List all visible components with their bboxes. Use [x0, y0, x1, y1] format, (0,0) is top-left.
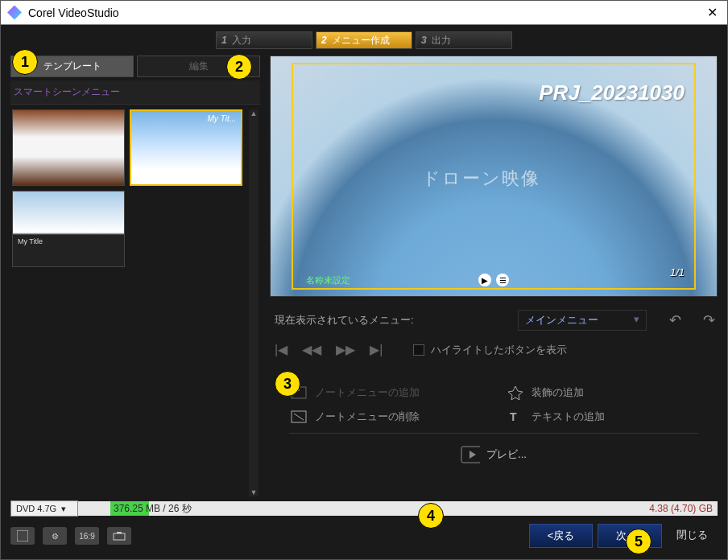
disc-type-value: DVD 4.7G: [16, 504, 56, 513]
template-thumb[interactable]: [12, 109, 125, 186]
step-tab-menu[interactable]: 2 メニュー作成: [316, 31, 412, 49]
project-icon[interactable]: [107, 527, 131, 545]
callout-5: 5: [626, 529, 651, 554]
nav-buttons: <戻る 次へ> 閉じる: [529, 524, 718, 548]
section-label: スマートシーンメニュー: [10, 80, 260, 105]
left-panel: テンプレート 編集 スマートシーンメニュー ▲ ▼: [10, 56, 260, 501]
scrollbar[interactable]: ▲ ▼: [249, 109, 259, 496]
main-area: テンプレート 編集 スマートシーンメニュー ▲ ▼ PRJ_20231030 ド…: [1, 52, 727, 501]
redo-icon[interactable]: ↷: [700, 311, 718, 329]
preview-icon: [461, 447, 480, 463]
preview-overlay-text: ドローン映像: [422, 167, 540, 191]
callout-3: 3: [275, 371, 300, 397]
bottom-icons: ⚙ 16:9: [10, 527, 131, 545]
bottom-bar: ⚙ 16:9 <戻る 次へ> 閉じる: [1, 522, 727, 550]
add-text-button[interactable]: T テキストの追加: [506, 409, 698, 425]
step-tabs: 1 入力 2 メニュー作成 3 出力: [1, 25, 727, 52]
preview-button[interactable]: プレビ...: [289, 442, 698, 463]
tool-label: プレビ...: [486, 447, 527, 462]
callout-4: 4: [418, 503, 444, 529]
menu-select[interactable]: メインメニュー ▾: [518, 310, 647, 331]
add-decoration-button[interactable]: 装飾の追加: [506, 385, 698, 401]
svg-line-3: [294, 414, 304, 420]
next-icon[interactable]: ▶▶: [336, 342, 355, 357]
delete-menu-icon: [289, 409, 308, 425]
close-icon[interactable]: ✕: [704, 5, 721, 20]
chevron-down-icon: ▾: [61, 504, 66, 514]
template-thumb[interactable]: [12, 191, 125, 267]
tool-label: ノートメニューの追加: [315, 385, 420, 400]
close-button[interactable]: 閉じる: [667, 524, 718, 548]
step-tab-input[interactable]: 1 入力: [216, 31, 312, 49]
menu-icon[interactable]: ☰: [496, 274, 509, 286]
svg-rect-7: [17, 530, 28, 541]
window-title: Corel VideoStudio: [28, 6, 704, 19]
aspect-ratio-button[interactable]: 16:9: [75, 527, 99, 545]
menu-selector-row: 現在表示されているメニュー: メインメニュー ▾ ↶ ↷: [270, 310, 718, 331]
thumbnail-pane: ▲ ▼: [10, 105, 260, 501]
back-button[interactable]: <戻る: [529, 524, 594, 548]
disc-size-bar: DVD 4.7G ▾ 376.25 MB / 26 秒 4.38 (4.70) …: [10, 501, 718, 516]
settings-icon[interactable]: [10, 527, 35, 545]
play-icon[interactable]: ▶: [478, 274, 491, 286]
svg-rect-8: [114, 533, 125, 540]
right-panel: PRJ_20231030 ドローン映像 1/1 名称未設定 ▶ ☰ 現在表示され…: [270, 56, 718, 501]
tool-grid: ノートメニューの追加 装飾の追加 ノートメニューの削除 T テキストの追加 プレ…: [270, 385, 718, 463]
undo-icon[interactable]: ↶: [666, 311, 684, 329]
chevron-down-icon: ▾: [634, 313, 639, 327]
title-bar: Corel VideoStudio ✕: [1, 1, 727, 25]
go-start-icon[interactable]: |◀: [275, 342, 287, 357]
callout-2: 2: [226, 54, 252, 80]
left-tabs: テンプレート 編集: [10, 56, 260, 77]
preview-controls: ▶ ☰: [478, 274, 509, 286]
tool-label: テキストの追加: [532, 410, 605, 424]
highlight-checkbox[interactable]: [413, 344, 424, 356]
tool-label: ノートメニューの削除: [315, 410, 420, 424]
highlight-label: ハイライトしたボタンを表示: [431, 343, 567, 357]
gear-icon[interactable]: ⚙: [43, 527, 67, 545]
disc-type-select[interactable]: DVD 4.7G ▾: [10, 500, 78, 517]
thumbnail-grid: [12, 109, 249, 496]
scroll-down-icon[interactable]: ▼: [249, 488, 259, 496]
step-label: 出力: [432, 34, 451, 47]
svg-rect-9: [117, 532, 122, 533]
prev-icon[interactable]: ◀◀: [302, 342, 321, 357]
app-logo-icon: [7, 6, 22, 20]
name-unset-label: 名称未設定: [306, 274, 350, 286]
callout-1: 1: [12, 49, 38, 75]
total-size-label: 4.38 (4.70) GB: [649, 503, 713, 514]
template-thumb[interactable]: [130, 109, 242, 186]
scroll-up-icon[interactable]: ▲: [249, 109, 259, 117]
decoration-icon: [506, 385, 525, 401]
page-indicator: 1/1: [670, 266, 685, 278]
tool-label: 装飾の追加: [532, 385, 584, 400]
svg-text:T: T: [510, 410, 517, 423]
step-label: メニュー作成: [332, 34, 390, 47]
used-size-label: 376.25 MB / 26 秒: [114, 502, 192, 516]
text-icon: T: [506, 409, 525, 425]
project-title: PRJ_20231030: [539, 80, 685, 105]
step-label: 入力: [232, 34, 251, 47]
menu-select-value: メインメニュー: [525, 313, 598, 327]
current-menu-label: 現在表示されているメニュー:: [270, 313, 510, 327]
go-end-icon[interactable]: ▶|: [370, 342, 383, 357]
step-tab-output[interactable]: 3 出力: [416, 31, 512, 49]
menu-preview[interactable]: PRJ_20231030 ドローン映像 1/1 名称未設定 ▶ ☰: [270, 56, 718, 297]
svg-marker-6: [469, 451, 476, 459]
transport-row: |◀ ◀◀ ▶▶ ▶| ハイライトしたボタンを表示: [270, 342, 718, 357]
add-note-menu-button[interactable]: ノートメニューの追加: [289, 385, 482, 401]
divider: [289, 433, 698, 434]
delete-note-menu-button[interactable]: ノートメニューの削除: [289, 409, 482, 425]
